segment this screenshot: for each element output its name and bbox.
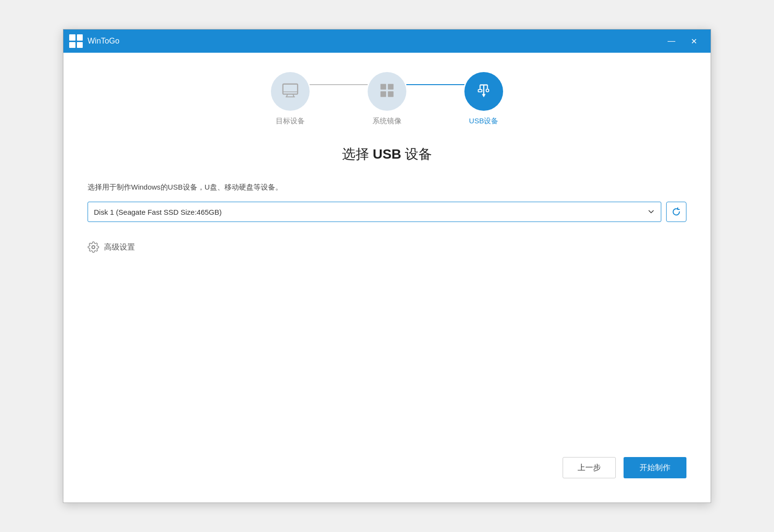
footer: 上一步 开始制作: [88, 457, 686, 488]
step-usb: USB设备: [464, 72, 503, 126]
steps-container: 目标设备 系统镜像: [88, 72, 686, 126]
step-image-circle: [368, 72, 406, 111]
step-line-1: [310, 84, 368, 85]
content-area: 目标设备 系统镜像: [63, 53, 711, 502]
step-target-circle: [271, 72, 310, 111]
advanced-settings-label: 高级设置: [104, 242, 135, 252]
refresh-button[interactable]: [666, 202, 686, 222]
gear-icon: [88, 241, 99, 253]
app-logo: WinToGo: [69, 34, 119, 48]
step-usb-circle: [464, 72, 503, 111]
page-title: 选择 USB 设备: [88, 145, 686, 163]
minimize-button[interactable]: —: [660, 30, 683, 53]
step-usb-label: USB设备: [469, 117, 499, 126]
windows-icon: [378, 82, 396, 101]
svg-rect-7: [381, 91, 387, 97]
step-image-label: 系统镜像: [372, 117, 402, 126]
window-controls: — ✕: [660, 30, 705, 53]
svg-point-17: [92, 246, 95, 249]
prev-button[interactable]: 上一步: [563, 457, 616, 478]
refresh-icon: [671, 207, 681, 217]
windows-logo-icon: [69, 34, 83, 48]
step-target-label: 目标设备: [276, 117, 305, 126]
usb-icon: [475, 81, 493, 102]
monitor-icon: [281, 81, 299, 102]
svg-rect-6: [388, 84, 394, 90]
svg-rect-8: [388, 91, 394, 97]
advanced-settings-row[interactable]: 高级设置: [88, 241, 686, 253]
titlebar: WinToGo — ✕: [63, 30, 711, 53]
start-button[interactable]: 开始制作: [624, 457, 686, 478]
disk-select[interactable]: Disk 1 (Seagate Fast SSD Size:465GB): [88, 202, 661, 222]
description-text: 选择用于制作Windows的USB设备，U盘、移动硬盘等设备。: [88, 183, 686, 192]
close-button[interactable]: ✕: [683, 30, 705, 53]
step-image: 系统镜像: [368, 72, 406, 126]
svg-point-15: [486, 89, 489, 92]
step-target: 目标设备: [271, 72, 310, 126]
svg-rect-13: [478, 89, 482, 92]
disk-select-row: Disk 1 (Seagate Fast SSD Size:465GB): [88, 202, 686, 222]
svg-marker-16: [482, 94, 486, 98]
svg-rect-5: [381, 84, 387, 90]
step-line-2: [406, 84, 464, 85]
main-window: WinToGo — ✕: [63, 29, 711, 503]
svg-rect-0: [283, 84, 298, 94]
app-title: WinToGo: [88, 37, 119, 45]
